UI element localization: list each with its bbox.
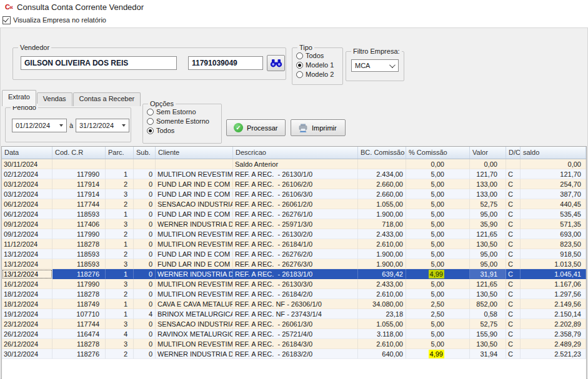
tab-vendas[interactable]: Vendas — [37, 92, 72, 106]
cell-sub: 0 — [134, 189, 156, 199]
cell-data: 06/12/2024 — [2, 209, 52, 219]
cell-d-c: C — [506, 299, 521, 309]
opcoes-radio-todos[interactable]: Todos — [147, 126, 209, 135]
table-row[interactable]: 26/12/202411647440RAVINOX METALURGICA LT… — [2, 329, 586, 339]
column-header-cliente[interactable]: Cliente — [156, 147, 233, 159]
cell-saldo: 387,70 — [521, 189, 586, 199]
periodo-separator: à — [69, 122, 73, 129]
cell-saldo: 2.149,56 — [521, 299, 586, 309]
imprimir-button[interactable]: Imprimir — [291, 119, 346, 136]
cell-descricao: REF. A REC. - 26184/1/0 — [233, 239, 358, 249]
table-row[interactable]: 18/12/202411874910CAVA E CAVA METALURGIC… — [2, 299, 586, 309]
periodo-groupbox: Periodo 01/12/2024 à 31/12/2024 — [5, 107, 131, 142]
cell-bc-comiss-o: 1.900,00 — [358, 209, 406, 219]
cell-bc-comiss-o: 1.055,00 — [358, 199, 406, 209]
grid-body: 30/11/2024Saldo Anterior0,000,000,0002/1… — [2, 159, 586, 359]
cell-parc: 1 — [106, 239, 134, 249]
cell-parc: 2 — [106, 179, 134, 189]
cell-data: 19/12/2024 — [2, 309, 52, 319]
cell-cliente: WERNER INDUSTRIA DE UTENSILIOS DOM — [156, 349, 233, 359]
cell-cliente: MULTIFLON REVESTIMENTOS ANTIADERE — [156, 279, 233, 289]
table-row[interactable]: 06/12/202411774420SENSACAO INDUSTRIA DE … — [2, 199, 586, 209]
cell-bc-comiss-o: 2.660,00 — [358, 189, 406, 199]
cell-descricao: REF. A REC. - 26183/1/0 — [233, 269, 358, 279]
tab-contas-a-receber[interactable]: Contas a Receber — [73, 92, 141, 106]
cell-d-c: C — [506, 329, 521, 339]
column-header-data[interactable]: Data — [2, 147, 52, 159]
cell-saldo: 1.045,41 — [521, 269, 586, 279]
table-row[interactable]: 03/12/202411791430FUND LAR IND E COM DE … — [2, 189, 586, 199]
cell-d-c: C — [506, 229, 521, 239]
cell-sub: 0 — [134, 179, 156, 189]
processar-button[interactable]: Processar — [226, 119, 286, 136]
cell-valor: 130,50 — [470, 289, 506, 299]
visualiza-empresa-checkbox[interactable]: Visualiza Empresa no relatório — [2, 15, 106, 25]
filtro-empresa-value: MCA — [355, 62, 370, 69]
tipo-radio-modelo-2[interactable]: Modelo 2 — [296, 70, 334, 79]
column-header-valor[interactable]: Valor — [470, 147, 506, 159]
column-header-descricao[interactable]: Descricao — [233, 147, 358, 159]
cell-cod-c-r: 118278 — [52, 239, 106, 249]
column-header-d-c[interactable]: D/C — [506, 147, 521, 159]
table-row[interactable]: 18/12/202411827820MULTIFLON REVESTIMENTO… — [2, 289, 586, 299]
cell-parc: 3 — [106, 259, 134, 269]
column-header-cod-c-r[interactable]: Cod. C.R — [52, 147, 106, 159]
vendedor-search-button[interactable] — [267, 55, 285, 71]
title-bar: C« Consulta Conta Corrente Vendedor — [0, 0, 588, 14]
cell-parc: 2 — [106, 289, 134, 299]
table-row[interactable]: 13/12/202411859320FUND LAR IND E COM DE … — [2, 249, 586, 259]
opcoes-groupbox: Opções Sem EstornoSomente EstornoTodos — [142, 104, 222, 144]
cell-cod-c-r: 116474 — [52, 329, 106, 339]
periodo-to-select[interactable]: 31/12/2024 — [76, 119, 129, 132]
table-row[interactable]: 30/12/202411827620WERNER INDUSTRIA DE UT… — [2, 349, 586, 359]
cell-d-c — [506, 159, 521, 169]
cell-cliente: WERNER INDUSTRIA DE UTENSILIOS DOM — [156, 269, 233, 279]
cell-cod-c-r: 118593 — [52, 249, 106, 259]
radio-icon — [296, 52, 303, 59]
column-header-bc-comiss-o[interactable]: BC. Comissão — [358, 147, 406, 159]
cell-parc — [106, 159, 134, 169]
column-header-saldo[interactable]: saldo — [521, 147, 586, 159]
cell-d-c: C — [506, 349, 521, 359]
cell-cod-c-r — [52, 159, 106, 169]
tab-extrato[interactable]: Extrato — [2, 90, 36, 106]
column-header-comiss-o[interactable]: % Comissão — [406, 147, 470, 159]
table-row[interactable]: 09/12/202411740630WERNER INDUSTRIA DE UT… — [2, 219, 586, 229]
periodo-from-select[interactable]: 01/12/2024 — [12, 119, 67, 132]
cell-cod-c-r: 118593 — [52, 259, 106, 269]
vendedor-name-field[interactable]: GILSON OLIVEIRA DOS REIS — [21, 56, 177, 70]
cell-d-c: C — [506, 269, 521, 279]
radio-icon — [296, 62, 303, 69]
cell-saldo: 440,45 — [521, 199, 586, 209]
table-row[interactable]: 26/12/202411827830MULTIFLON REVESTIMENTO… — [2, 339, 586, 349]
cell-cod-c-r: 117914 — [52, 189, 106, 199]
cell-bc-comiss-o: 2.610,00 — [358, 289, 406, 299]
table-row[interactable]: 11/12/202411827810MULTIFLON REVESTIMENTO… — [2, 239, 586, 249]
table-row[interactable]: 19/12/202410771014BRINOX METALURGICA SAR… — [2, 309, 586, 319]
cell-d-c: C — [506, 239, 521, 249]
cell-d-c: C — [506, 319, 521, 329]
column-header-sub[interactable]: Sub. — [134, 147, 156, 159]
cell-saldo: 1.297,56 — [521, 289, 586, 299]
opcoes-radio-somente-estorno[interactable]: Somente Estorno — [147, 117, 209, 126]
filtro-empresa-select[interactable]: MCA — [351, 59, 399, 72]
cell-cliente: SENSACAO INDUSTRIA DE UTILIDADES D — [156, 199, 233, 209]
table-row[interactable]: 03/12/202411791420FUND LAR IND E COM DE … — [2, 179, 586, 189]
table-row[interactable]: 06/12/202411859310FUND LAR IND E COM DE … — [2, 209, 586, 219]
cell-sub: 0 — [134, 339, 156, 349]
tipo-radio-modelo-1[interactable]: Modelo 1 — [296, 61, 334, 69]
table-row[interactable]: 30/11/2024Saldo Anterior0,000,000,00 — [2, 159, 586, 169]
cell-descricao: REF. A REC. - 26061/2/0 — [233, 199, 358, 209]
periodo-to-value: 31/12/2024 — [79, 122, 114, 129]
cell-cliente: CAVA E CAVA METALURGICA LTDA — [156, 299, 233, 309]
table-row[interactable]: 13/12/202411859330FUND LAR IND E COM DE … — [2, 259, 586, 269]
table-row[interactable]: 23/12/202411774430SENSACAO INDUSTRIA DE … — [2, 319, 586, 329]
table-row[interactable]: 16/12/202411799030MULTIFLON REVESTIMENTO… — [2, 279, 586, 289]
tipo-radio-todos[interactable]: Todos — [296, 51, 334, 60]
opcoes-radio-sem-estorno[interactable]: Sem Estorno — [147, 107, 209, 116]
table-row[interactable]: 02/12/202411799010MULTIFLON REVESTIMENTO… — [2, 169, 586, 179]
vendedor-code-field[interactable]: 11791039049 — [188, 56, 263, 70]
column-header-parc[interactable]: Parc. — [106, 147, 134, 159]
table-row[interactable]: 13/12/202411827610WERNER INDUSTRIA DE UT… — [2, 269, 586, 279]
table-row[interactable]: 09/12/202411799020MULTIFLON REVESTIMENTO… — [2, 229, 586, 239]
